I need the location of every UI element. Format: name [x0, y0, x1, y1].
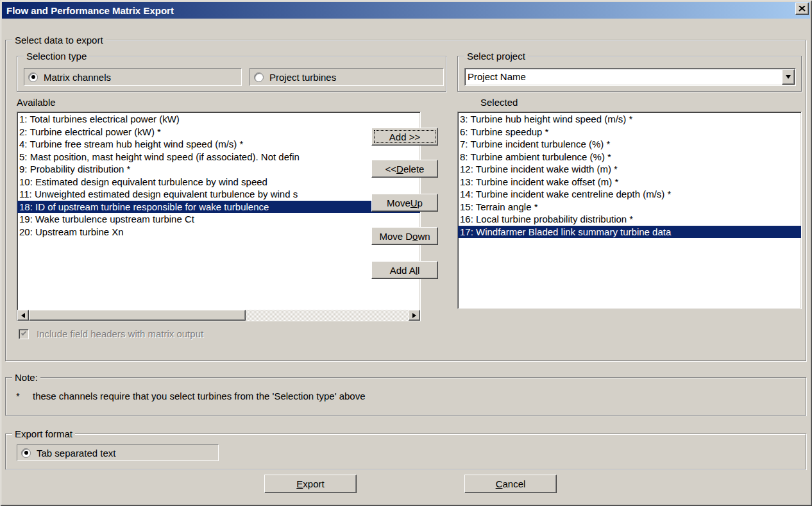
close-icon [799, 6, 806, 12]
cancel-button[interactable]: Cancel [464, 475, 557, 493]
selected-list-rows: 3: Turbine hub height wind speed (m/s) *… [458, 113, 801, 238]
group-selection-type: Selection type Matrix channels Project t… [17, 56, 446, 92]
list-item[interactable]: 18: ID of upstream turbine responsible f… [17, 201, 420, 214]
project-dropdown-value: Project Name [468, 71, 526, 83]
button-label: Move D [379, 231, 412, 242]
titlebar: Flow and Performance Matrix Export [2, 2, 810, 19]
radio-tab-separated-text[interactable]: Tab separated text [17, 444, 219, 461]
list-item[interactable]: 10: Estimated design equivalent turbulen… [17, 176, 420, 189]
available-list-label: Available [17, 97, 56, 108]
available-list-rows: 1: Total turbines electrical power (kW)2… [17, 113, 420, 238]
list-item[interactable]: 3: Turbine hub height wind speed (m/s) * [458, 113, 801, 126]
group-selection-type-label: Selection type [24, 51, 89, 62]
list-item[interactable]: 12: Turbine incident wake width (m) * [458, 163, 801, 176]
list-item[interactable]: 11: Unweighted estimated design equivale… [17, 188, 420, 201]
window-title: Flow and Performance Matrix Export [2, 5, 174, 16]
group-select-data-label: Select data to export [12, 35, 106, 46]
list-item[interactable]: 5: Mast position, mast height wind speed… [17, 151, 420, 164]
dropdown-arrow-icon [786, 75, 791, 79]
add-button[interactable]: Add >> [371, 128, 438, 146]
dialog-window: Flow and Performance Matrix Export Selec… [0, 0, 812, 506]
checkbox-label: Include field headers with matrix output [37, 328, 203, 339]
group-export-format-label: Export format [12, 428, 75, 439]
button-label: Move [387, 198, 410, 208]
list-item[interactable]: 6: Turbine speedup * [458, 126, 801, 139]
list-item[interactable]: 7: Turbine incident turbulence (%) * [458, 138, 801, 151]
radio-project-turbines[interactable]: Project turbines [250, 68, 444, 86]
group-select-project-label: Select project [464, 51, 528, 62]
group-note: Note: * these channels require that you … [5, 377, 806, 416]
delete-button[interactable]: << Delete [371, 160, 438, 178]
list-item[interactable]: 2: Turbine electrical power (kW) * [17, 126, 420, 139]
scroll-right-icon [412, 313, 416, 318]
move-up-button[interactable]: Move Up [371, 194, 438, 212]
note-line: * these channels require that you select… [16, 391, 799, 401]
list-item[interactable]: 19: Wake turbulence upstream turbine Ct [17, 213, 420, 226]
scroll-left-icon [21, 313, 25, 318]
radio-off-icon [254, 72, 264, 82]
scrollbar-track[interactable] [246, 310, 409, 321]
dropdown-button[interactable] [782, 69, 795, 85]
add-all-button[interactable]: Add All [371, 261, 438, 279]
radio-label: Matrix channels [44, 72, 111, 83]
radio-on-icon [21, 448, 31, 458]
radio-on-icon [28, 72, 38, 82]
radio-matrix-channels[interactable]: Matrix channels [24, 68, 242, 86]
checkbox-check-icon [21, 330, 26, 335]
button-label: << [385, 164, 397, 174]
selected-listbox: 3: Turbine hub height wind speed (m/s) *… [457, 112, 802, 309]
radio-label: Tab separated text [37, 448, 115, 459]
export-button[interactable]: Export [264, 475, 357, 493]
group-select-project: Select project Project Name [457, 56, 802, 92]
group-note-label: Note: [12, 372, 40, 383]
include-headers-checkbox[interactable]: Include field headers with matrix output [19, 328, 203, 339]
available-listbox: 1: Total turbines electrical power (kW)2… [17, 112, 421, 321]
scrollbar-right-arrow[interactable] [409, 310, 420, 321]
horizontal-scrollbar [17, 310, 420, 321]
button-label: Add A [390, 265, 416, 276]
move-down-button[interactable]: Move Down [371, 227, 438, 245]
list-item[interactable]: 4: Turbine free stream hub height wind s… [17, 138, 420, 151]
note-text: these channels require that you select t… [33, 391, 366, 401]
scrollbar-thumb[interactable] [29, 310, 246, 321]
list-item[interactable]: 14: Turbine incident wake centreline dep… [458, 188, 801, 201]
list-item[interactable]: 16: Local turbine probability distributi… [458, 213, 801, 226]
scrollbar-left-arrow[interactable] [17, 310, 29, 321]
selected-list-label: Selected [480, 97, 518, 108]
list-item[interactable]: 8: Turbine ambient turbulence (%) * [458, 151, 801, 164]
close-button[interactable] [795, 3, 809, 15]
note-symbol: * [16, 391, 33, 401]
button-label: Add >> [389, 131, 420, 142]
checkbox-box [19, 329, 29, 339]
radio-label: Project turbines [269, 72, 336, 83]
group-export-format: Export format Tab separated text [5, 434, 806, 469]
list-item[interactable]: 17: Windfarmer Bladed link summary turbi… [458, 226, 801, 239]
list-item[interactable]: 13: Turbine incident wake offset (m) * [458, 176, 801, 189]
list-item[interactable]: 20: Upstream turbine Xn [17, 226, 420, 239]
project-dropdown[interactable]: Project Name [464, 68, 796, 86]
list-item[interactable]: 9: Probability distribution * [17, 163, 420, 176]
group-select-data: Select data to export Selection type Mat… [5, 40, 806, 361]
list-item[interactable]: 15: Terrain angle * [458, 201, 801, 214]
list-item[interactable]: 1: Total turbines electrical power (kW) [17, 113, 420, 126]
